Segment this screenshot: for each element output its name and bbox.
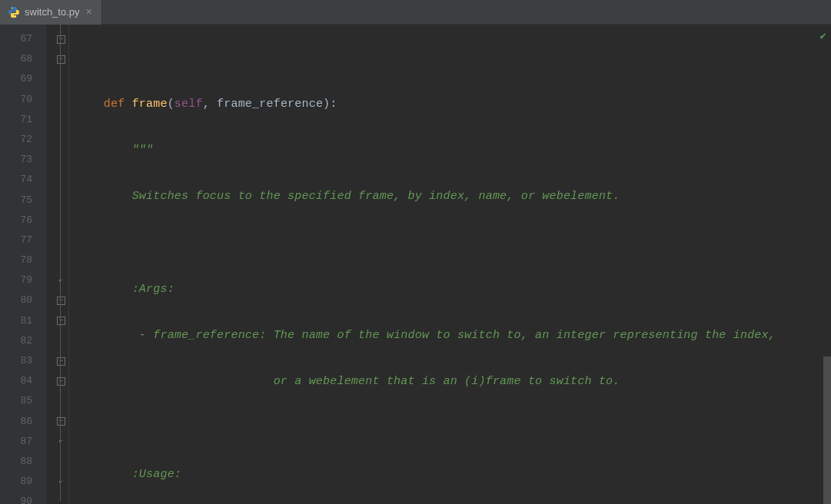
code-line[interactable]: Switches focus to the specified frame, b…: [69, 187, 831, 207]
code-area[interactable]: ✔ def frame(self, frame_reference): """ …: [69, 25, 831, 504]
code-line[interactable]: [69, 418, 831, 438]
line-number: 78: [0, 250, 46, 270]
tab-filename: switch_to.py: [25, 6, 80, 18]
fold-marker[interactable]: −: [46, 29, 68, 49]
fold-marker[interactable]: −: [46, 351, 68, 371]
fold-marker[interactable]: ⌐: [46, 270, 68, 290]
code-line[interactable]: or a webelement that is an (i)frame to s…: [69, 372, 831, 392]
code-line[interactable]: :Usage:: [69, 465, 831, 485]
code-line[interactable]: :Args:: [69, 280, 831, 300]
code-line[interactable]: - frame_reference: The name of the windo…: [69, 326, 831, 346]
line-number: 75: [0, 191, 46, 211]
line-number: 77: [0, 230, 46, 250]
fold-marker[interactable]: −: [46, 49, 68, 69]
close-icon[interactable]: ×: [85, 6, 94, 18]
line-number: 87: [0, 432, 46, 452]
line-number: 88: [0, 452, 46, 472]
file-tab[interactable]: switch_to.py ×: [0, 0, 102, 25]
fold-column: − − ⌐ − − − − − ⌐ ⌐: [46, 25, 69, 504]
fold-marker[interactable]: −: [46, 371, 68, 391]
fold-marker[interactable]: −: [46, 412, 68, 432]
fold-marker[interactable]: −: [46, 311, 68, 331]
line-number: 69: [0, 69, 46, 89]
line-number: 84: [0, 371, 46, 391]
line-number: 70: [0, 90, 46, 110]
code-line[interactable]: """: [69, 141, 831, 161]
code-line[interactable]: def frame(self, frame_reference):: [69, 94, 831, 114]
line-number: 90: [0, 492, 46, 504]
line-number-gutter: 6768697071727374757677787980818283848586…: [0, 25, 46, 504]
svg-point-1: [15, 15, 17, 17]
line-number: 76: [0, 211, 46, 230]
line-number: 71: [0, 110, 46, 130]
fold-marker[interactable]: ⌐: [46, 432, 68, 452]
editor: 6768697071727374757677787980818283848586…: [0, 25, 831, 504]
line-number: 85: [0, 391, 46, 411]
line-number: 74: [0, 170, 46, 190]
line-number: 79: [0, 270, 46, 290]
python-file-icon: [8, 6, 20, 18]
line-number: 80: [0, 290, 46, 310]
line-number: 67: [0, 29, 46, 49]
vertical-scrollbar[interactable]: [823, 356, 831, 504]
code-line[interactable]: [69, 234, 831, 254]
line-number: 82: [0, 331, 46, 351]
fold-marker[interactable]: −: [46, 290, 68, 310]
line-number: 81: [0, 311, 46, 331]
tab-bar: switch_to.py ×: [0, 0, 831, 25]
line-number: 68: [0, 49, 46, 69]
inspection-ok-icon[interactable]: ✔: [820, 29, 826, 42]
fold-marker[interactable]: ⌐: [46, 472, 68, 492]
svg-point-0: [12, 7, 13, 8]
line-number: 86: [0, 412, 46, 432]
line-number: 73: [0, 150, 46, 170]
line-number: 83: [0, 351, 46, 371]
line-number: 89: [0, 472, 46, 492]
line-number: 72: [0, 130, 46, 150]
